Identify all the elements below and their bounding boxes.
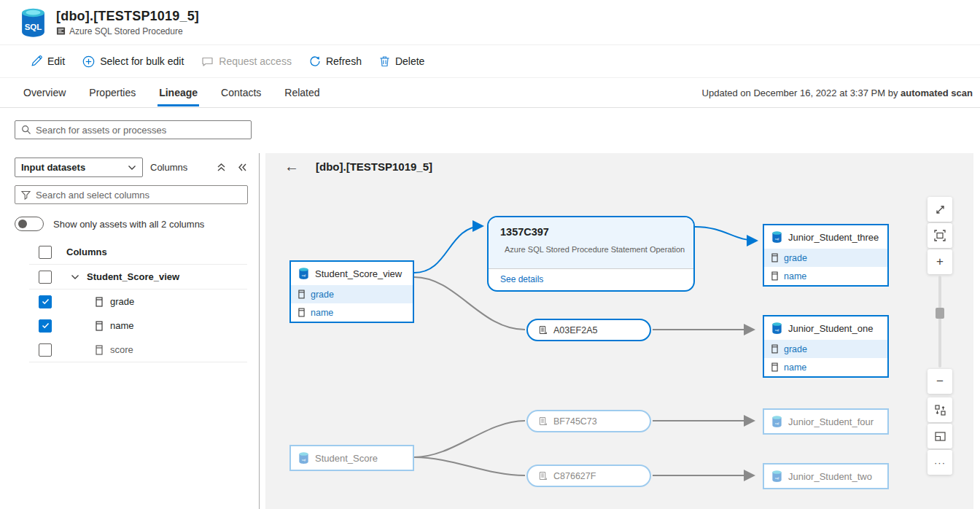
node-column-grade[interactable]: grade bbox=[764, 249, 887, 267]
tree-header-row[interactable]: Columns bbox=[15, 240, 247, 264]
asset-search-input[interactable] bbox=[36, 125, 245, 136]
dataset-direction-dropdown[interactable]: Input datasets bbox=[15, 158, 143, 177]
svg-text:SQL: SQL bbox=[25, 23, 42, 31]
zoom-out-button[interactable]: − bbox=[928, 369, 952, 394]
column-label: score bbox=[110, 344, 133, 355]
updated-by: automated scan bbox=[901, 88, 973, 98]
script-icon bbox=[538, 416, 548, 426]
edit-button[interactable]: Edit bbox=[22, 51, 74, 71]
azure-sql-database-icon: SQL bbox=[20, 8, 47, 37]
see-details-link[interactable]: See details bbox=[489, 269, 693, 290]
edge-ss-bf7[interactable] bbox=[414, 421, 525, 457]
node-a03ef2a5[interactable]: A03EF2A5 bbox=[526, 319, 651, 341]
node-process-1357c397[interactable]: 1357C397 Azure SQL Stored Procedure Stat… bbox=[487, 216, 695, 292]
sql-table-icon: sql bbox=[771, 231, 782, 243]
reset-layout-button[interactable] bbox=[928, 397, 952, 422]
column-name: grade bbox=[311, 290, 334, 300]
select-for-bulk-edit-button[interactable]: Select for bulk edit bbox=[74, 51, 192, 72]
tab-properties[interactable]: Properties bbox=[88, 79, 137, 106]
column-name: name bbox=[311, 308, 333, 318]
edge-process-junior-three[interactable] bbox=[695, 227, 757, 241]
show-only-assets-toggle[interactable] bbox=[15, 217, 44, 231]
svg-text:sql: sql bbox=[775, 328, 779, 332]
column-icon bbox=[96, 345, 103, 355]
minimap-button[interactable] bbox=[928, 424, 952, 448]
node-student-score[interactable]: sql Student_Score bbox=[289, 445, 414, 471]
tab-related[interactable]: Related bbox=[283, 79, 321, 106]
column-label: name bbox=[110, 320, 134, 331]
node-bf745c73[interactable]: BF745C73 bbox=[526, 410, 651, 432]
node-column-grade[interactable]: grade bbox=[764, 340, 887, 358]
more-options-button[interactable]: ··· bbox=[928, 450, 952, 475]
node-student-score-view[interactable]: sql Student_Score_view grade name bbox=[289, 260, 414, 323]
group-chevron-down-icon[interactable] bbox=[71, 274, 79, 280]
select-all-checkbox[interactable] bbox=[39, 246, 52, 259]
swap-layout-icon bbox=[935, 405, 946, 416]
zoom-slider-handle[interactable] bbox=[936, 308, 944, 319]
pill-label: C876627F bbox=[553, 471, 596, 481]
column-icon bbox=[96, 297, 103, 307]
edge-ssview-process[interactable] bbox=[414, 226, 483, 273]
node-column-grade[interactable]: grade bbox=[291, 285, 413, 303]
sql-table-icon: sql bbox=[298, 268, 309, 279]
node-junior-student-three[interactable]: sql Junior_Student_three grade name bbox=[763, 224, 889, 287]
node-c876627f[interactable]: C876627F bbox=[526, 465, 651, 487]
refresh-button[interactable]: Refresh bbox=[300, 51, 370, 71]
chevron-down-icon bbox=[128, 165, 136, 171]
node-column-name[interactable]: name bbox=[764, 267, 887, 285]
group-checkbox[interactable] bbox=[39, 271, 52, 284]
sql-table-icon: sql bbox=[298, 452, 309, 464]
script-icon bbox=[538, 471, 548, 481]
fit-to-screen-button[interactable] bbox=[928, 223, 952, 248]
collapse-panel-icon[interactable] bbox=[238, 163, 247, 172]
edit-label: Edit bbox=[47, 55, 65, 67]
group-label: Student_Score_view bbox=[87, 271, 179, 282]
edge-ss-c87[interactable] bbox=[414, 457, 525, 475]
request-access-button: Request access bbox=[192, 51, 300, 71]
node-junior-student-two[interactable]: sql Junior_Student_two bbox=[763, 463, 889, 489]
grade-checkbox[interactable] bbox=[39, 295, 52, 308]
plus-icon: + bbox=[936, 254, 944, 269]
delete-button[interactable]: Delete bbox=[370, 51, 433, 71]
zoom-in-button[interactable]: + bbox=[928, 249, 952, 274]
search-icon bbox=[21, 125, 31, 135]
svg-text:sql: sql bbox=[775, 421, 779, 425]
column-name: name bbox=[784, 271, 806, 281]
column-row-score[interactable]: score bbox=[15, 338, 247, 362]
sql-table-icon: sql bbox=[771, 470, 782, 482]
bulk-edit-label: Select for bulk edit bbox=[100, 55, 184, 67]
toggle-label: Show only assets with all 2 columns bbox=[53, 219, 204, 230]
lineage-content: Input datasets Columns bbox=[0, 153, 980, 509]
tab-contacts[interactable]: Contacts bbox=[219, 79, 262, 106]
chat-bubble-icon bbox=[201, 55, 214, 67]
columns-tree: Columns Student_Score_view grade bbox=[15, 240, 247, 362]
asset-type-label: Azure SQL Stored Procedure bbox=[69, 26, 183, 36]
sql-table-icon: sql bbox=[771, 416, 782, 427]
pencil-icon bbox=[31, 55, 42, 67]
column-name: grade bbox=[784, 344, 807, 354]
tree-header-label: Columns bbox=[66, 246, 107, 257]
pill-label: BF745C73 bbox=[553, 416, 597, 427]
column-row-grade[interactable]: grade bbox=[15, 290, 247, 314]
score-checkbox[interactable] bbox=[39, 343, 52, 357]
tab-lineage[interactable]: Lineage bbox=[158, 79, 199, 106]
node-column-name[interactable]: name bbox=[764, 358, 887, 376]
process-title: 1357C397 bbox=[500, 226, 682, 238]
trash-icon bbox=[379, 55, 390, 67]
expand-fullscreen-button[interactable] bbox=[928, 197, 952, 222]
column-row-name[interactable]: name bbox=[15, 314, 247, 338]
column-search-input[interactable] bbox=[36, 190, 241, 201]
lineage-canvas[interactable]: ← [dbo].[TESTSP1019_5] bbox=[265, 153, 973, 509]
tab-overview[interactable]: Overview bbox=[22, 79, 67, 106]
node-junior-student-one[interactable]: sql Junior_Student_one grade name bbox=[763, 315, 889, 378]
name-checkbox[interactable] bbox=[39, 319, 52, 333]
divider bbox=[29, 362, 247, 362]
table-group-row[interactable]: Student_Score_view bbox=[15, 265, 247, 289]
node-junior-student-four[interactable]: sql Junior_Student_four bbox=[763, 408, 889, 435]
column-search-box[interactable] bbox=[15, 185, 248, 204]
node-column-name[interactable]: name bbox=[291, 303, 413, 322]
zoom-slider[interactable] bbox=[938, 276, 941, 368]
column-icon bbox=[771, 362, 778, 372]
asset-search-box[interactable] bbox=[15, 120, 252, 139]
collapse-section-icon[interactable] bbox=[217, 163, 226, 172]
